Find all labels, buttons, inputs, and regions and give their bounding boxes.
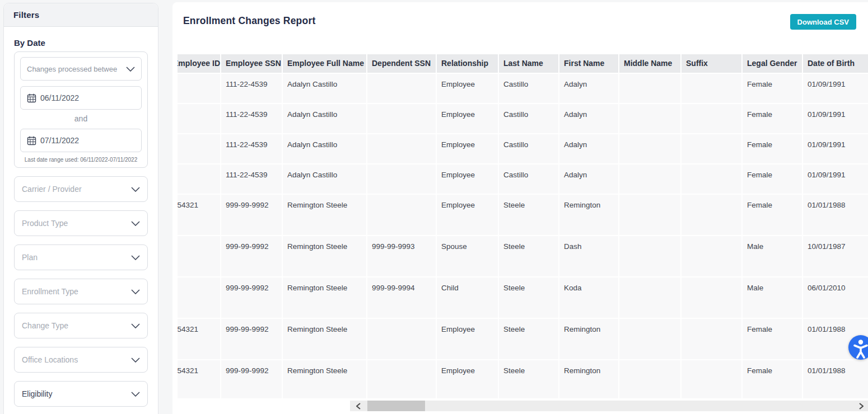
scroll-right-button[interactable] [855,401,868,411]
cell-suffix [682,277,743,319]
filter-select-label: Office Locations [22,355,78,364]
cell-last_name: Steele [499,360,559,398]
cell-full_name: Adalyn Castillo [283,74,367,104]
accessibility-icon [848,335,868,360]
cell-suffix [682,360,743,398]
cell-suffix [682,319,743,360]
table-row: 999-99-9992Remington Steele999-99-9993Sp… [178,236,868,277]
cell-full_name: Adalyn Castillo [283,104,367,134]
table-row: 999-99-9992Remington Steele999-99-9994Ch… [178,277,868,319]
cell-employee_id [178,104,221,134]
cell-legal_gender: Female [743,195,803,236]
accessibility-button[interactable] [848,335,868,360]
table-row: 111-22-4539Adalyn CastilloEmployeeCastil… [178,164,868,195]
cell-middle_name [619,360,682,398]
chevron-down-icon [126,67,135,72]
cell-employee_id [178,74,221,104]
cell-employee_id: 654321 [178,319,221,360]
cell-employee_ssn: 999-99-9992 [221,360,283,398]
cell-relationship: Employee [437,134,499,164]
cell-dependent_ssn [367,134,437,164]
table-header-row: Employee IDEmployee SSNEmployee Full Nam… [178,54,868,74]
cell-full_name: Remington Steele [283,236,367,277]
cell-employee_ssn: 999-99-9992 [221,195,283,236]
cell-last_name: Steele [499,277,559,319]
filters-sidebar: Filters By Date Changes processed betwee… [3,3,158,414]
filter-select-label: Product Type [22,219,68,228]
filter-select-plan[interactable]: Plan [14,244,148,270]
cell-last_name: Castillo [499,164,559,195]
cell-dob: 01/01/1988 [803,195,868,236]
cell-dependent_ssn [367,104,437,134]
chevron-down-icon [131,323,140,328]
cell-employee_id [178,236,221,277]
scroll-left-button[interactable] [350,401,367,411]
filter-select-enrollment-type[interactable]: Enrollment Type [14,279,148,304]
cell-last_name: Steele [499,236,559,277]
table-viewport: Employee IDEmployee SSNEmployee Full Nam… [178,54,868,398]
last-date-range-note: Last date range used: 06/11/2022-07/11/2… [20,157,142,163]
filter-select-product-type[interactable]: Product Type [14,210,148,236]
cell-legal_gender: Male [743,236,803,277]
cell-employee_ssn: 111-22-4539 [221,164,283,195]
cell-last_name: Steele [499,195,559,236]
cell-dob: 01/09/1991 [803,164,868,195]
download-csv-button[interactable]: Download CSV [790,14,856,30]
calendar-icon [27,93,36,103]
cell-last_name: Castillo [499,134,559,164]
horizontal-scrollbar[interactable] [350,401,868,411]
cell-suffix [682,104,743,134]
cell-employee_id [178,277,221,319]
column-header-middle_name: Middle Name [619,54,682,74]
column-header-dob: Date of Birth [803,54,868,74]
cell-suffix [682,134,743,164]
cell-middle_name [619,164,682,195]
cell-employee_id [178,164,221,195]
column-header-suffix: Suffix [682,54,743,74]
cell-middle_name [619,319,682,360]
cell-relationship: Employee [437,74,499,104]
scrollbar-thumb[interactable] [367,401,425,411]
column-header-relationship: Relationship [437,54,499,74]
cell-suffix [682,236,743,277]
cell-employee_ssn: 999-99-9992 [221,277,283,319]
end-date-input[interactable]: 07/11/2022 [20,129,142,152]
filter-select-office-locations[interactable]: Office Locations [14,347,148,373]
date-mode-select[interactable]: Changes processed betwee [20,57,142,81]
start-date-value: 06/11/2022 [40,93,79,102]
start-date-input[interactable]: 06/11/2022 [20,86,142,110]
chevron-right-icon [859,403,864,410]
filters-title: Filters [13,10,39,20]
date-mode-label: Changes processed betwee [27,65,117,73]
cell-suffix [682,164,743,195]
filter-select-eligibility[interactable]: Eligibility [14,381,148,407]
filter-select-carrier-provider[interactable]: Carrier / Provider [14,176,148,202]
cell-full_name: Adalyn Castillo [283,134,367,164]
cell-middle_name [619,74,682,104]
cell-suffix [682,74,743,104]
cell-relationship: Employee [437,319,499,360]
end-date-value: 07/11/2022 [40,136,79,145]
table-row: 654321999-99-9992Remington SteeleEmploye… [178,195,868,236]
cell-employee_ssn: 111-22-4539 [221,104,283,134]
filter-select-change-type[interactable]: Change Type [14,313,148,338]
cell-dependent_ssn [367,74,437,104]
cell-first_name: Adalyn [559,134,619,164]
cell-relationship: Employee [437,360,499,398]
table-row: 111-22-4539Adalyn CastilloEmployeeCastil… [178,104,868,134]
filters-body: By Date Changes processed betwee 06/11/2… [4,27,158,414]
table-row: 111-22-4539Adalyn CastilloEmployeeCastil… [178,74,868,104]
cell-dob: 06/01/2010 [803,277,868,319]
chevron-down-icon [131,187,140,192]
cell-legal_gender: Female [743,104,803,134]
chevron-down-icon [131,357,140,363]
cell-employee_ssn: 111-22-4539 [221,134,283,164]
by-date-group: Changes processed betwee 06/11/2022 and … [14,51,148,168]
cell-relationship: Employee [437,164,499,195]
cell-relationship: Employee [437,195,499,236]
cell-full_name: Remington Steele [283,277,367,319]
chevron-left-icon [356,403,361,410]
chevron-down-icon [131,221,140,226]
chevron-down-icon [131,255,140,260]
cell-suffix [682,195,743,236]
